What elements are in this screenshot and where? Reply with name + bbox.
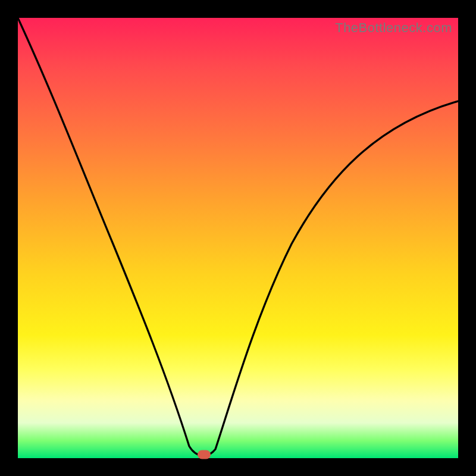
chart-frame: TheBottleneck.com [0, 0, 476, 476]
bottleneck-curve [18, 18, 458, 458]
curve-path [18, 18, 458, 456]
watermark-text: TheBottleneck.com [335, 20, 452, 36]
optimal-marker [198, 450, 211, 459]
plot-area: TheBottleneck.com [18, 18, 458, 458]
